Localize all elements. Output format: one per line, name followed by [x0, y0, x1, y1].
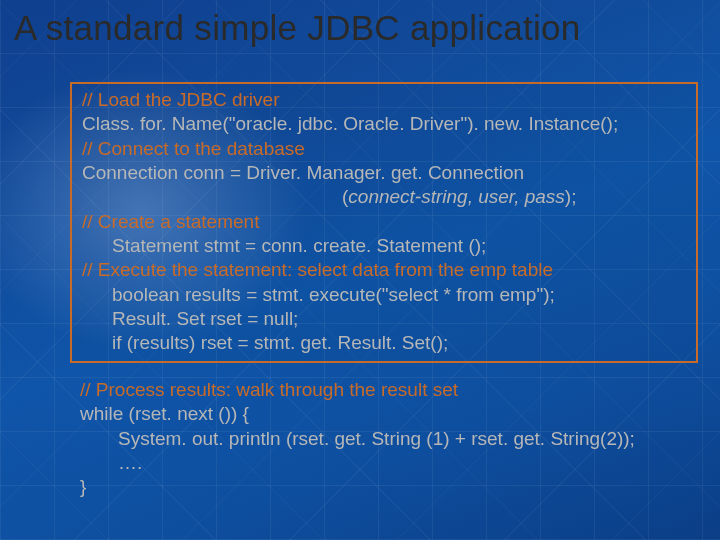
code-line-6: if (results) rset = stmt. get. Result. S…	[82, 331, 686, 355]
code-line-1: Class. for. Name("oracle. jdbc. Oracle. …	[82, 113, 618, 134]
comment-connect: // Connect to the database	[82, 138, 305, 159]
comment-process: // Process results: walk through the res…	[80, 379, 458, 400]
code-line-10: }	[80, 476, 86, 497]
code-line-9: ….	[80, 451, 688, 475]
comment-create-stmt: // Create a statement	[82, 211, 259, 232]
code-box: // Load the JDBC driver Class. for. Name…	[70, 82, 698, 363]
code-line-2: Connection conn = Driver. Manager. get. …	[82, 162, 524, 183]
code-line-8: System. out. println (rset. get. String …	[80, 427, 688, 451]
comment-load-driver: // Load the JDBC driver	[82, 89, 279, 110]
code-line-7: while (rset. next ()) {	[80, 403, 249, 424]
slide-title: A standard simple JDBC application	[14, 8, 710, 48]
slide: A standard simple JDBC application // Lo…	[0, 0, 720, 540]
code-line-2b: (connect-string, user, pass);	[82, 185, 686, 209]
code-line-4: boolean results = stmt. execute("select …	[82, 283, 686, 307]
code-line-5: Result. Set rset = null;	[82, 307, 686, 331]
comment-execute: // Execute the statement: select data fr…	[82, 259, 553, 280]
code-tail: // Process results: walk through the res…	[70, 378, 698, 500]
code-line-3: Statement stmt = conn. create. Statement…	[82, 234, 686, 258]
